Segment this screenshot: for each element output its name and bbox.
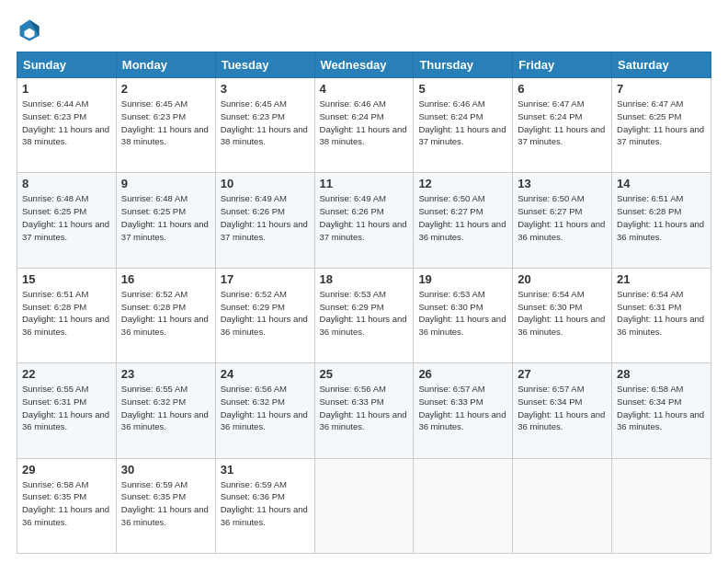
day-number: 23 [121,367,210,381]
day-number: 8 [22,177,111,190]
calendar-cell: 21Sunrise: 6:54 AMSunset: 6:31 PMDayligh… [612,268,711,362]
calendar-week-row: 8Sunrise: 6:48 AMSunset: 6:25 PMDaylight… [17,173,711,268]
weekday-header: Wednesday [314,52,414,78]
day-number: 14 [617,177,706,190]
day-number: 28 [617,367,706,381]
calendar-week-row: 22Sunrise: 6:55 AMSunset: 6:31 PMDayligh… [17,363,711,458]
calendar-cell: 13Sunrise: 6:50 AMSunset: 6:27 PMDayligh… [513,173,612,268]
day-info: Sunrise: 6:48 AMSunset: 6:25 PMDaylight:… [22,192,111,243]
calendar-cell: 2Sunrise: 6:45 AMSunset: 6:23 PMDaylight… [116,78,215,173]
day-number: 17 [221,272,310,286]
calendar-cell: 6Sunrise: 6:47 AMSunset: 6:24 PMDaylight… [513,78,612,173]
day-info: Sunrise: 6:57 AMSunset: 6:34 PMDaylight:… [518,383,607,433]
calendar-cell: 4Sunrise: 6:46 AMSunset: 6:24 PMDaylight… [314,78,414,173]
day-number: 22 [22,367,111,381]
calendar-cell: 31Sunrise: 6:59 AMSunset: 6:36 PMDayligh… [215,458,314,553]
calendar-cell: 25Sunrise: 6:56 AMSunset: 6:33 PMDayligh… [314,363,414,458]
day-number: 18 [320,272,409,286]
day-number: 5 [418,82,507,96]
day-info: Sunrise: 6:44 AMSunset: 6:23 PMDaylight:… [22,98,111,148]
calendar-cell: 19Sunrise: 6:53 AMSunset: 6:30 PMDayligh… [414,268,513,362]
day-number: 21 [617,272,706,286]
logo [17,17,46,42]
day-number: 19 [418,272,507,286]
day-number: 16 [121,272,210,286]
calendar-cell: 9Sunrise: 6:48 AMSunset: 6:25 PMDaylight… [116,173,215,268]
day-info: Sunrise: 6:49 AMSunset: 6:26 PMDaylight:… [320,192,409,243]
calendar-cell: 14Sunrise: 6:51 AMSunset: 6:28 PMDayligh… [612,173,711,268]
logo-icon [17,17,42,42]
calendar-cell: 20Sunrise: 6:54 AMSunset: 6:30 PMDayligh… [513,268,612,362]
day-info: Sunrise: 6:58 AMSunset: 6:35 PMDaylight:… [22,478,111,529]
calendar-cell: 3Sunrise: 6:45 AMSunset: 6:23 PMDaylight… [215,78,314,173]
day-number: 11 [320,177,409,190]
weekday-header: Tuesday [215,52,314,78]
day-info: Sunrise: 6:52 AMSunset: 6:29 PMDaylight:… [221,288,310,339]
day-number: 24 [221,367,310,381]
day-number: 20 [518,272,607,286]
day-info: Sunrise: 6:51 AMSunset: 6:28 PMDaylight:… [617,192,706,243]
day-info: Sunrise: 6:48 AMSunset: 6:25 PMDaylight:… [121,192,210,243]
day-info: Sunrise: 6:47 AMSunset: 6:25 PMDaylight:… [617,98,706,148]
header [17,17,711,42]
calendar-cell: 16Sunrise: 6:52 AMSunset: 6:28 PMDayligh… [116,268,215,362]
day-info: Sunrise: 6:47 AMSunset: 6:24 PMDaylight:… [518,98,607,148]
day-number: 12 [418,177,507,190]
day-number: 7 [617,82,706,96]
day-info: Sunrise: 6:50 AMSunset: 6:27 PMDaylight:… [518,192,607,243]
calendar-cell: 15Sunrise: 6:51 AMSunset: 6:28 PMDayligh… [17,268,117,362]
weekday-header-row: SundayMondayTuesdayWednesdayThursdayFrid… [17,52,711,78]
day-info: Sunrise: 6:45 AMSunset: 6:23 PMDaylight:… [221,98,310,148]
day-info: Sunrise: 6:49 AMSunset: 6:26 PMDaylight:… [221,192,310,243]
calendar-cell: 1Sunrise: 6:44 AMSunset: 6:23 PMDaylight… [17,78,117,173]
calendar-cell [314,458,414,553]
calendar-cell: 7Sunrise: 6:47 AMSunset: 6:25 PMDaylight… [612,78,711,173]
weekday-header: Thursday [414,52,513,78]
calendar-cell: 10Sunrise: 6:49 AMSunset: 6:26 PMDayligh… [215,173,314,268]
calendar-cell: 29Sunrise: 6:58 AMSunset: 6:35 PMDayligh… [17,458,117,553]
day-info: Sunrise: 6:54 AMSunset: 6:31 PMDaylight:… [617,288,706,339]
calendar-week-row: 1Sunrise: 6:44 AMSunset: 6:23 PMDaylight… [17,78,711,173]
weekday-header: Friday [513,52,612,78]
day-info: Sunrise: 6:57 AMSunset: 6:33 PMDaylight:… [418,383,507,433]
calendar-cell: 8Sunrise: 6:48 AMSunset: 6:25 PMDaylight… [17,173,117,268]
day-info: Sunrise: 6:58 AMSunset: 6:34 PMDaylight:… [617,383,706,433]
day-info: Sunrise: 6:51 AMSunset: 6:28 PMDaylight:… [22,288,111,339]
day-number: 15 [22,272,111,286]
calendar-cell: 28Sunrise: 6:58 AMSunset: 6:34 PMDayligh… [612,363,711,458]
day-info: Sunrise: 6:46 AMSunset: 6:24 PMDaylight:… [320,98,409,148]
day-number: 26 [418,367,507,381]
day-number: 25 [320,367,409,381]
calendar-cell: 18Sunrise: 6:53 AMSunset: 6:29 PMDayligh… [314,268,414,362]
day-number: 27 [518,367,607,381]
day-info: Sunrise: 6:50 AMSunset: 6:27 PMDaylight:… [418,192,507,243]
day-number: 9 [121,177,210,190]
calendar-cell: 30Sunrise: 6:59 AMSunset: 6:35 PMDayligh… [116,458,215,553]
weekday-header: Saturday [612,52,711,78]
day-number: 1 [22,82,111,96]
day-info: Sunrise: 6:55 AMSunset: 6:32 PMDaylight:… [121,383,210,433]
day-number: 13 [518,177,607,190]
calendar-cell [513,458,612,553]
calendar-cell: 26Sunrise: 6:57 AMSunset: 6:33 PMDayligh… [414,363,513,458]
day-info: Sunrise: 6:56 AMSunset: 6:32 PMDaylight:… [221,383,310,433]
calendar-cell: 5Sunrise: 6:46 AMSunset: 6:24 PMDaylight… [414,78,513,173]
calendar-cell [414,458,513,553]
day-number: 29 [22,463,111,477]
calendar-week-row: 29Sunrise: 6:58 AMSunset: 6:35 PMDayligh… [17,458,711,553]
calendar-cell [612,458,711,553]
day-number: 30 [121,463,210,477]
day-info: Sunrise: 6:54 AMSunset: 6:30 PMDaylight:… [518,288,607,339]
calendar-cell: 27Sunrise: 6:57 AMSunset: 6:34 PMDayligh… [513,363,612,458]
day-number: 31 [221,463,310,477]
page: SundayMondayTuesdayWednesdayThursdayFrid… [0,0,728,563]
day-info: Sunrise: 6:45 AMSunset: 6:23 PMDaylight:… [121,98,210,148]
weekday-header: Sunday [17,52,117,78]
day-info: Sunrise: 6:55 AMSunset: 6:31 PMDaylight:… [22,383,111,433]
day-info: Sunrise: 6:52 AMSunset: 6:28 PMDaylight:… [121,288,210,339]
calendar-cell: 23Sunrise: 6:55 AMSunset: 6:32 PMDayligh… [116,363,215,458]
day-number: 10 [221,177,310,190]
day-info: Sunrise: 6:46 AMSunset: 6:24 PMDaylight:… [418,98,507,148]
day-info: Sunrise: 6:53 AMSunset: 6:29 PMDaylight:… [320,288,409,339]
day-info: Sunrise: 6:56 AMSunset: 6:33 PMDaylight:… [320,383,409,433]
